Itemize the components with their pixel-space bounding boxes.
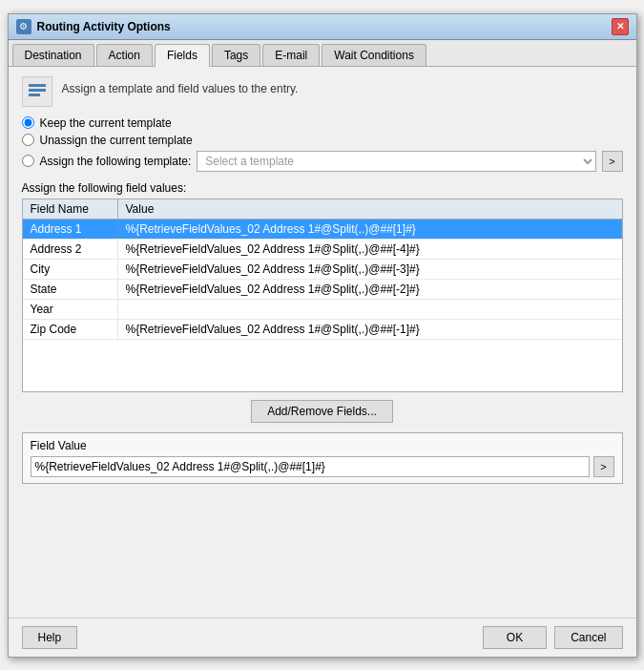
title-bar-left: ⚙ Routing Activity Options (16, 19, 171, 34)
table-header: Field Name Value (23, 199, 622, 220)
col-value: Value (118, 199, 622, 219)
window-title: Routing Activity Options (37, 20, 171, 33)
table-cell-field: City (23, 260, 118, 279)
fields-icon (22, 76, 52, 107)
field-values-label: Assign the following field values: (22, 181, 623, 195)
template-go-button[interactable]: > (602, 151, 623, 172)
tab-content: Assign a template and field values to th… (9, 67, 636, 618)
title-bar: ⚙ Routing Activity Options ✕ (9, 14, 636, 40)
svg-rect-0 (29, 84, 46, 87)
table-row[interactable]: City%{RetrieveFieldValues_02 Address 1#@… (23, 260, 622, 280)
field-values-table: Field Name Value Address 1%{RetrieveFiel… (22, 199, 623, 392)
tab-destination[interactable]: Destination (12, 44, 94, 66)
keep-template-label: Keep the current template (40, 116, 172, 130)
unassign-template-row: Unassign the current template (22, 134, 623, 147)
field-value-row: > (31, 456, 614, 477)
table-cell-field: State (23, 280, 118, 299)
table-cell-value: %{RetrieveFieldValues_02 Address 1#@Spli… (118, 320, 622, 339)
tab-tags[interactable]: Tags (212, 44, 260, 66)
table-cell-field: Address 1 (23, 220, 118, 239)
tab-email[interactable]: E-mail (262, 44, 320, 66)
table-cell-field: Zip Code (23, 320, 118, 339)
add-remove-fields-button[interactable]: Add/Remove Fields... (251, 400, 393, 423)
header-description: Assign a template and field values to th… (62, 76, 299, 95)
close-button[interactable]: ✕ (612, 18, 629, 35)
table-cell-field: Year (23, 300, 118, 319)
svg-rect-1 (29, 89, 46, 92)
help-button[interactable]: Help (22, 626, 78, 649)
window-icon: ⚙ (16, 19, 31, 34)
keep-template-row: Keep the current template (22, 116, 623, 130)
ok-button[interactable]: OK (483, 626, 547, 649)
assign-template-radio[interactable] (22, 155, 34, 167)
table-cell-value: %{RetrieveFieldValues_02 Address 1#@Spli… (118, 220, 622, 239)
table-cell-field: Address 2 (23, 240, 118, 259)
table-row[interactable]: Year (23, 300, 622, 320)
table-row[interactable]: Address 2%{RetrieveFieldValues_02 Addres… (23, 240, 622, 260)
col-field-name: Field Name (23, 199, 118, 219)
field-value-section: Field Value > (22, 432, 623, 484)
tab-bar: Destination Action Fields Tags E-mail Wa… (9, 40, 636, 67)
field-value-label: Field Value (31, 439, 614, 452)
template-select[interactable]: Select a template (197, 151, 595, 172)
field-value-go-button[interactable]: > (593, 456, 614, 477)
table-body: Address 1%{RetrieveFieldValues_02 Addres… (23, 220, 622, 391)
table-cell-value: %{RetrieveFieldValues_02 Address 1#@Spli… (118, 240, 622, 259)
template-radio-group: Keep the current template Unassign the c… (22, 116, 623, 172)
bottom-bar: Help OK Cancel (9, 618, 636, 657)
assign-template-label: Assign the following template: (40, 155, 192, 168)
cancel-button[interactable]: Cancel (554, 626, 622, 649)
tab-fields[interactable]: Fields (155, 44, 210, 67)
table-cell-value (118, 300, 622, 319)
unassign-template-radio[interactable] (22, 134, 34, 146)
content-spacer (22, 493, 623, 608)
header-section: Assign a template and field values to th… (22, 76, 623, 107)
table-row[interactable]: State%{RetrieveFieldValues_02 Address 1#… (23, 280, 622, 300)
table-cell-value: %{RetrieveFieldValues_02 Address 1#@Spli… (118, 280, 622, 299)
assign-template-row: Assign the following template: Select a … (22, 151, 623, 172)
main-window: ⚙ Routing Activity Options ✕ Destination… (8, 13, 637, 658)
svg-rect-2 (29, 94, 40, 96)
tab-wait-conditions[interactable]: Wait Conditions (322, 44, 426, 66)
unassign-template-label: Unassign the current template (40, 134, 193, 147)
field-value-input[interactable] (31, 456, 590, 477)
keep-template-radio[interactable] (22, 116, 34, 129)
tab-action[interactable]: Action (96, 44, 153, 66)
ok-cancel-group: OK Cancel (483, 626, 623, 649)
table-row[interactable]: Address 1%{RetrieveFieldValues_02 Addres… (23, 220, 622, 240)
table-cell-value: %{RetrieveFieldValues_02 Address 1#@Spli… (118, 260, 622, 279)
table-row[interactable]: Zip Code%{RetrieveFieldValues_02 Address… (23, 320, 622, 340)
